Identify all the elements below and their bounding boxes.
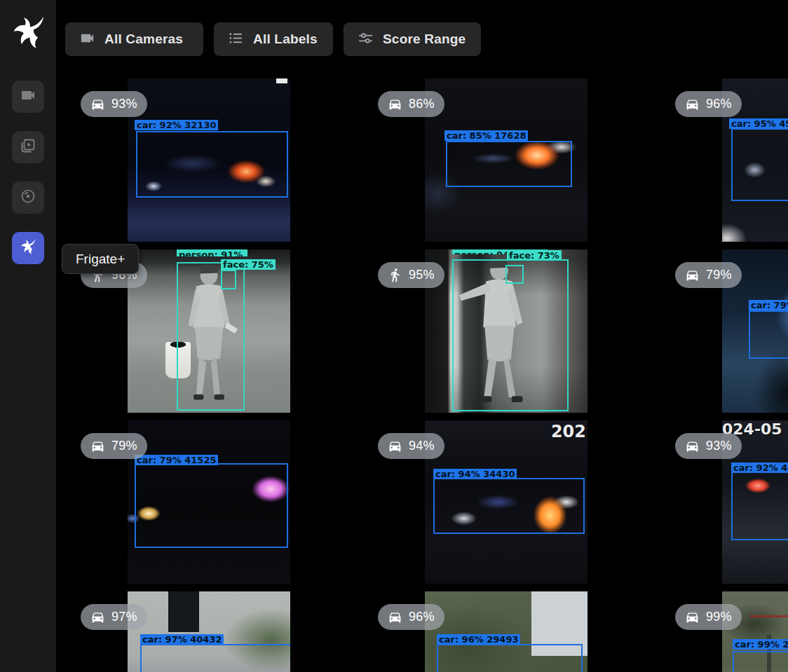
car-icon xyxy=(90,439,105,453)
car-icon xyxy=(388,610,402,624)
face-label: face: 75% xyxy=(221,259,276,270)
car-icon xyxy=(388,97,402,111)
score-badge: 96% xyxy=(675,91,742,117)
detection-thumbnail: person: 94% face: 73% xyxy=(425,249,587,413)
filter-labels-label: All Labels xyxy=(253,32,318,47)
bounding-box-label: person: 91% xyxy=(177,249,247,256)
sliders-icon xyxy=(358,30,374,49)
score-badge: 99% xyxy=(675,604,742,630)
detection-tile[interactable]: car: 92% 32130 93% xyxy=(128,78,290,242)
bounding-box xyxy=(446,141,572,187)
detection-tile[interactable]: person: 94% face: 73% 95% xyxy=(425,249,587,413)
score-value: 93% xyxy=(706,439,732,453)
bounding-box xyxy=(733,651,788,672)
score-value: 96% xyxy=(409,610,435,624)
score-badge: 79% xyxy=(675,262,742,288)
score-value: 97% xyxy=(111,610,137,624)
bounding-box-label: car: 85% 17628 xyxy=(444,130,528,141)
filter-cameras-button[interactable]: All Cameras xyxy=(65,22,203,56)
camera-timestamp: 202 xyxy=(551,422,586,441)
score-badge: 96% xyxy=(378,604,444,630)
filter-score-range-label: Score Range xyxy=(383,32,466,47)
car-icon xyxy=(685,439,700,453)
detection-tile[interactable]: car: 79% 79% xyxy=(722,249,788,413)
person-walking-icon xyxy=(388,268,402,282)
sidebar xyxy=(0,0,56,672)
score-badge: 97% xyxy=(81,604,147,630)
sidebar-item-export[interactable] xyxy=(12,181,44,214)
bounding-box xyxy=(731,472,788,540)
car-icon xyxy=(388,439,402,453)
detection-thumbnail: car: 79% 41525 xyxy=(128,420,290,584)
sidebar-item-live[interactable] xyxy=(12,81,44,113)
score-value: 86% xyxy=(409,97,435,111)
score-value: 93% xyxy=(111,97,137,111)
filter-cameras-label: All Cameras xyxy=(104,32,183,47)
bounding-box-label: car: 92% 32130 xyxy=(135,120,218,130)
bounding-box-label: car: 79% xyxy=(749,300,788,310)
detection-tile[interactable]: car: 96% 29493 96% xyxy=(425,591,587,672)
bounding-box xyxy=(135,463,288,548)
score-badge: 79% xyxy=(81,433,147,459)
bounding-box xyxy=(731,128,788,201)
detection-thumbnail: person: 91% face: 75% xyxy=(128,249,290,413)
score-value: 94% xyxy=(409,439,435,453)
bounding-box-label: car: 95% 45260 xyxy=(729,118,788,129)
frigate-bird-icon xyxy=(20,238,36,258)
video-camera-icon xyxy=(20,87,36,107)
detection-thumbnail: car: 85% 17628 xyxy=(425,78,587,242)
bounding-box xyxy=(749,310,788,359)
detection-thumbnail: 202 car: 94% 34430 xyxy=(425,420,587,584)
review-icon xyxy=(20,137,36,157)
car-icon xyxy=(90,97,105,111)
score-badge: 93% xyxy=(675,433,742,459)
disc-icon xyxy=(20,188,36,207)
sidebar-item-frigate-plus[interactable] xyxy=(12,232,44,264)
list-icon xyxy=(228,30,244,49)
filter-labels-button[interactable]: All Labels xyxy=(214,22,333,56)
video-camera-icon xyxy=(79,30,95,49)
bounding-box-label: car: 97% 40432 xyxy=(140,634,224,645)
bounding-box xyxy=(433,478,585,534)
bounding-box-label: car: 96% 29493 xyxy=(437,634,520,645)
score-value: 95% xyxy=(409,268,435,282)
score-value: 79% xyxy=(111,439,137,453)
score-value: 99% xyxy=(706,610,732,624)
score-badge: 94% xyxy=(378,433,444,459)
car-icon xyxy=(685,268,700,282)
face-bounding-box xyxy=(505,265,524,284)
detection-tile[interactable]: person: 91% face: 75% 96% xyxy=(128,249,290,413)
car-icon xyxy=(685,97,700,111)
detection-thumbnail: car: 92% 32130 xyxy=(128,78,290,242)
detection-thumbnail: car: 97% 40432 xyxy=(128,591,290,672)
score-badge: 86% xyxy=(378,91,444,117)
detection-tile[interactable]: car: 95% 45260 96% xyxy=(722,78,788,242)
detection-tile[interactable]: car: 85% 17628 86% xyxy=(425,78,587,242)
detection-thumbnail: car: 96% 29493 xyxy=(425,591,587,672)
filter-score-range-button[interactable]: Score Range xyxy=(344,22,481,56)
score-badge: 93% xyxy=(81,91,147,117)
bounding-box xyxy=(136,131,288,198)
face-bounding-box xyxy=(221,270,236,289)
car-icon xyxy=(90,610,105,624)
sidebar-item-review[interactable] xyxy=(12,131,44,163)
bounding-box xyxy=(437,644,583,672)
frigate-logo-icon xyxy=(13,14,45,46)
car-icon xyxy=(685,610,700,624)
detection-tile[interactable]: car: 99% 25 99% xyxy=(722,591,788,672)
detection-tile[interactable]: car: 97% 40432 97% xyxy=(128,591,290,672)
tooltip-label: Frigate+ xyxy=(76,252,125,267)
detection-tile[interactable]: 024-05 0 car: 92% 4218 93% xyxy=(722,420,788,584)
detection-tile[interactable]: 202 car: 94% 34430 94% xyxy=(425,420,587,584)
bounding-box-label: car: 99% 25 xyxy=(733,639,788,650)
tooltip-frigate-plus: Frigate+ xyxy=(62,244,139,274)
score-value: 79% xyxy=(706,268,732,282)
bounding-box xyxy=(140,644,290,672)
detection-thumbnail: car: 99% 25 xyxy=(722,591,788,672)
score-badge: 95% xyxy=(378,262,444,288)
detection-tile[interactable]: car: 79% 41525 79% xyxy=(128,420,290,584)
score-value: 96% xyxy=(706,97,732,111)
